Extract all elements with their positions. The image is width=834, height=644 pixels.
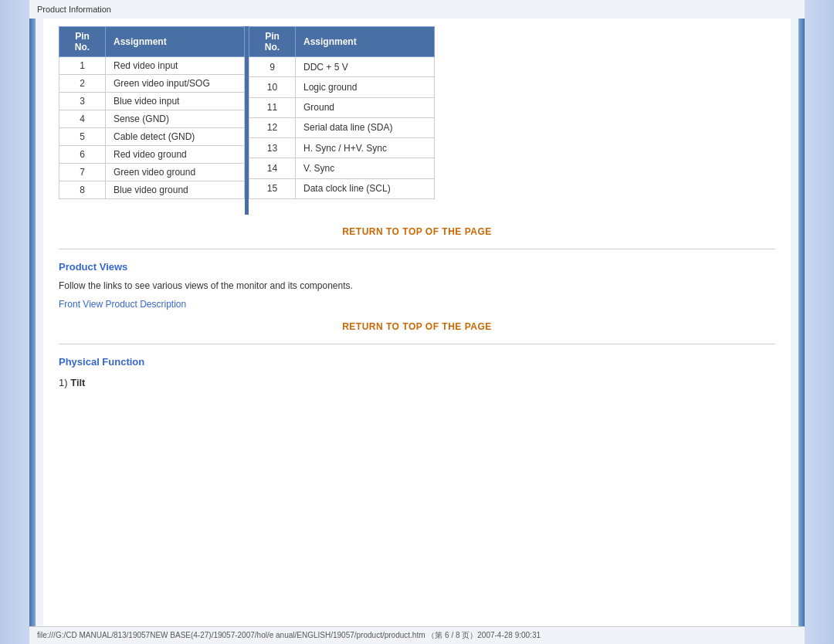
pin-assignment: Red video ground <box>106 146 245 164</box>
pin-assignment: H. Sync / H+V. Sync <box>296 138 435 158</box>
pin-assignment: Ground <box>296 97 435 117</box>
table-row: 4Sense (GND) <box>59 110 245 128</box>
pin-number: 14 <box>249 158 296 178</box>
pin-assignment: Data clock line (SCL) <box>296 178 435 198</box>
product-views-description: Follow the links to see various views of… <box>59 280 775 291</box>
pin-assignment: Sense (GND) <box>106 110 245 128</box>
pin-assignment: Green video ground <box>106 164 245 181</box>
tilt-label: Tilt <box>70 377 85 388</box>
pin-assignment: Red video input <box>106 57 245 75</box>
table-row: 5Cable detect (GND) <box>59 128 245 146</box>
sidebar-right <box>805 0 834 644</box>
table-row: 8Blue video ground <box>59 181 245 199</box>
blue-accent-left <box>29 19 36 626</box>
bottom-bar: file:///G:/CD MANUAL/813/19057NEW BASE(4… <box>29 626 805 644</box>
divider-1 <box>59 249 775 249</box>
pin-number: 2 <box>59 75 106 93</box>
pin-assignment: V. Sync <box>296 158 435 178</box>
pin-number: 6 <box>59 146 106 164</box>
main-content: Product Information Pin No. Assignment <box>29 0 805 644</box>
table-row: 9DDC + 5 V <box>249 57 435 77</box>
pin-assignment: Green video input/SOG <box>106 75 245 93</box>
table-row: 10Logic ground <box>249 77 435 97</box>
product-views-title: Product Views <box>59 261 775 273</box>
pin-assignment: Logic ground <box>296 77 435 97</box>
tilt-number: 1) <box>59 377 68 388</box>
left-header-pin: Pin No. <box>59 27 106 57</box>
pin-table-container: Pin No. Assignment 1Red video input2Gree… <box>59 26 775 215</box>
right-header-pin: Pin No. <box>249 27 296 57</box>
table-row: 3Blue video input <box>59 93 245 110</box>
table-row: 7Green video ground <box>59 164 245 181</box>
table-row: 15Data clock line (SCL) <box>249 178 435 198</box>
pin-assignment: Serial data line (SDA) <box>296 117 435 137</box>
content-area: Pin No. Assignment 1Red video input2Gree… <box>43 19 791 626</box>
top-bar: Product Information <box>29 0 805 19</box>
pin-table-right: Pin No. Assignment 9DDC + 5 V10Logic gro… <box>249 26 435 199</box>
table-row: 13H. Sync / H+V. Sync <box>249 138 435 158</box>
pin-number: 1 <box>59 57 106 75</box>
pin-number: 13 <box>249 138 296 158</box>
inner-wrapper: Pin No. Assignment 1Red video input2Gree… <box>29 19 805 626</box>
blue-accent-right <box>798 19 805 626</box>
pin-number: 5 <box>59 128 106 146</box>
pin-number: 8 <box>59 181 106 199</box>
front-view-link[interactable]: Front View Product Description <box>59 299 775 310</box>
physical-function-title: Physical Function <box>59 356 775 368</box>
divider-2 <box>59 344 775 344</box>
pin-number: 9 <box>249 57 296 77</box>
table-row: 14V. Sync <box>249 158 435 178</box>
pin-number: 10 <box>249 77 296 97</box>
top-bar-label: Product Information <box>37 5 111 14</box>
physical-function-section: Physical Function 1) Tilt <box>59 356 775 388</box>
right-header-assign: Assignment <box>296 27 435 57</box>
table-row: 1Red video input <box>59 57 245 75</box>
product-views-section: Product Views Follow the links to see va… <box>59 261 775 310</box>
pin-number: 7 <box>59 164 106 181</box>
pin-number: 12 <box>249 117 296 137</box>
left-header-assign: Assignment <box>106 27 245 57</box>
tilt-row: 1) Tilt <box>59 377 775 388</box>
pin-number: 3 <box>59 93 106 110</box>
sidebar-left <box>0 0 29 644</box>
return-link-2[interactable]: RETURN TO TOP OF THE PAGE <box>59 321 775 332</box>
table-row: 6Red video ground <box>59 146 245 164</box>
table-row: 12Serial data line (SDA) <box>249 117 435 137</box>
return-link-1[interactable]: RETURN TO TOP OF THE PAGE <box>59 226 775 237</box>
pin-number: 11 <box>249 97 296 117</box>
pin-assignment: Blue video ground <box>106 181 245 199</box>
pin-table-left: Pin No. Assignment 1Red video input2Gree… <box>59 26 245 199</box>
pin-number: 4 <box>59 110 106 128</box>
pin-assignment: Blue video input <box>106 93 245 110</box>
pin-number: 15 <box>249 178 296 198</box>
table-row: 11Ground <box>249 97 435 117</box>
table-row: 2Green video input/SOG <box>59 75 245 93</box>
pin-assignment: DDC + 5 V <box>296 57 435 77</box>
pin-assignment: Cable detect (GND) <box>106 128 245 146</box>
bottom-status: file:///G:/CD MANUAL/813/19057NEW BASE(4… <box>37 631 541 639</box>
